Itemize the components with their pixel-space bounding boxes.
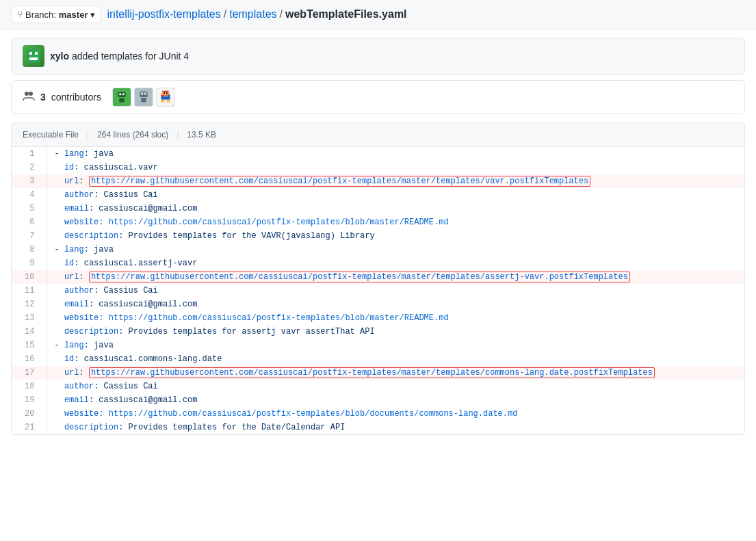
line-content: description: Provides templates for asse… [46, 325, 744, 339]
line-content: email: cassiuscai@gmail.com [46, 393, 744, 407]
dropdown-icon: ▾ [90, 10, 95, 20]
line-content: author: Cassius Cai [46, 188, 744, 202]
line-number[interactable]: 20 [12, 407, 46, 421]
line-content: url: https://raw.githubusercontent.com/c… [46, 270, 744, 284]
line-content: url: https://raw.githubusercontent.com/c… [46, 366, 744, 380]
contributors-count: 3 [40, 92, 46, 103]
url-value[interactable]: https://raw.githubusercontent.com/cassiu… [89, 176, 590, 187]
svg-point-4 [25, 92, 29, 96]
line-content: id: cassiuscai.assertj-vavr [46, 256, 744, 270]
svg-rect-12 [140, 92, 147, 97]
line-number[interactable]: 12 [12, 298, 46, 311]
breadcrumb-folder[interactable]: templates [229, 8, 276, 21]
line-content: email: cassiuscai@gmail.com [46, 202, 744, 215]
file-type: Executable File [23, 130, 79, 140]
avatar-group [112, 88, 175, 107]
svg-rect-9 [122, 93, 125, 95]
svg-rect-24 [167, 100, 170, 103]
line-number[interactable]: 19 [12, 393, 46, 407]
line-number[interactable]: 13 [12, 311, 46, 325]
line-number[interactable]: 5 [12, 202, 46, 215]
line-number[interactable]: 16 [12, 352, 46, 366]
line-content: website: https://github.com/cassiuscai/p… [46, 311, 744, 325]
line-content: - lang: java [46, 147, 744, 161]
svg-rect-3 [29, 57, 38, 60]
breadcrumb: intellij-postfix-templates / templates /… [107, 8, 406, 21]
contributors-label: contributors [51, 92, 101, 103]
svg-rect-13 [141, 93, 143, 95]
url-value[interactable]: https://raw.githubusercontent.com/cassiu… [89, 272, 630, 282]
top-bar: ⑂ Branch: master ▾ intellij-postfix-temp… [0, 0, 756, 29]
url-value[interactable]: https://raw.githubusercontent.com/cassiu… [89, 367, 655, 378]
avatar-3 [156, 88, 175, 107]
avatar-2 [134, 88, 153, 107]
file-sep-1: | [87, 130, 89, 140]
branch-selector[interactable]: ⑂ Branch: master ▾ [11, 5, 101, 23]
branch-label: Branch: [25, 10, 56, 20]
line-number[interactable]: 11 [12, 284, 46, 298]
contributors-bar: 3 contributors [11, 80, 745, 114]
commit-bar: xylo added templates for JUnit 4 [11, 38, 745, 75]
svg-rect-10 [119, 98, 124, 103]
line-number[interactable]: 14 [12, 325, 46, 339]
line-content: author: Cassius Cai [46, 380, 744, 393]
file-info-bar: Executable File | 264 lines (264 sloc) |… [11, 122, 745, 147]
svg-rect-25 [164, 93, 165, 94]
commit-message: xylo added templates for JUnit 4 [50, 51, 189, 62]
line-number[interactable]: 4 [12, 188, 46, 202]
svg-rect-7 [118, 92, 125, 97]
breadcrumb-repo[interactable]: intellij-postfix-templates [107, 8, 220, 21]
breadcrumb-sep-2: / [280, 8, 283, 21]
line-content: description: Provides templates for the … [46, 229, 744, 243]
line-content: website: https://github.com/cassiuscai/p… [46, 407, 744, 421]
contributors-icon [23, 90, 35, 105]
svg-rect-0 [27, 49, 40, 63]
svg-rect-27 [163, 95, 168, 96]
breadcrumb-file: webTemplateFiles.yaml [285, 8, 407, 21]
line-content: description: Provides templates for the … [46, 421, 744, 434]
svg-rect-8 [119, 93, 121, 95]
file-sep-2: | [177, 130, 179, 140]
line-number[interactable]: 7 [12, 229, 46, 243]
avatar-1 [112, 88, 131, 107]
svg-rect-15 [141, 98, 146, 103]
line-number[interactable]: 6 [12, 215, 46, 229]
line-number[interactable]: 10 [12, 270, 46, 284]
svg-point-5 [29, 92, 33, 96]
svg-rect-2 [35, 52, 38, 55]
code-container: 1- lang: java2 id: cassiuscai.vavr3 url:… [11, 147, 745, 435]
breadcrumb-sep-1: / [224, 8, 226, 21]
line-content: id: cassiuscai.vavr [46, 161, 744, 174]
svg-rect-18 [161, 93, 170, 95]
line-number[interactable]: 1 [12, 147, 46, 161]
commit-avatar [23, 45, 44, 67]
svg-rect-22 [161, 96, 170, 100]
line-content: - lang: java [46, 243, 744, 256]
file-size: 13.5 KB [187, 130, 216, 140]
line-content: - lang: java [46, 339, 744, 352]
branch-name: master [59, 10, 88, 20]
line-number[interactable]: 2 [12, 161, 46, 174]
svg-rect-1 [29, 52, 32, 55]
code-table: 1- lang: java2 id: cassiuscai.vavr3 url:… [12, 147, 744, 434]
line-number[interactable]: 3 [12, 174, 46, 188]
line-content: email: cassiuscai@gmail.com [46, 298, 744, 311]
line-number[interactable]: 21 [12, 421, 46, 434]
svg-rect-14 [144, 93, 146, 95]
file-lines: 264 lines (264 sloc) [97, 130, 168, 140]
line-content: website: https://github.com/cassiuscai/p… [46, 215, 744, 229]
line-number[interactable]: 15 [12, 339, 46, 352]
svg-rect-17 [162, 91, 168, 93]
line-number[interactable]: 17 [12, 366, 46, 380]
line-number[interactable]: 8 [12, 243, 46, 256]
svg-rect-26 [166, 93, 168, 94]
line-content: url: https://raw.githubusercontent.com/c… [46, 174, 744, 188]
svg-rect-23 [161, 100, 164, 103]
line-number[interactable]: 18 [12, 380, 46, 393]
line-number[interactable]: 9 [12, 256, 46, 270]
branch-icon: ⑂ [17, 9, 23, 20]
line-content: author: Cassius Cai [46, 284, 744, 298]
line-content: id: cassiuscai.commons-lang.date [46, 352, 744, 366]
